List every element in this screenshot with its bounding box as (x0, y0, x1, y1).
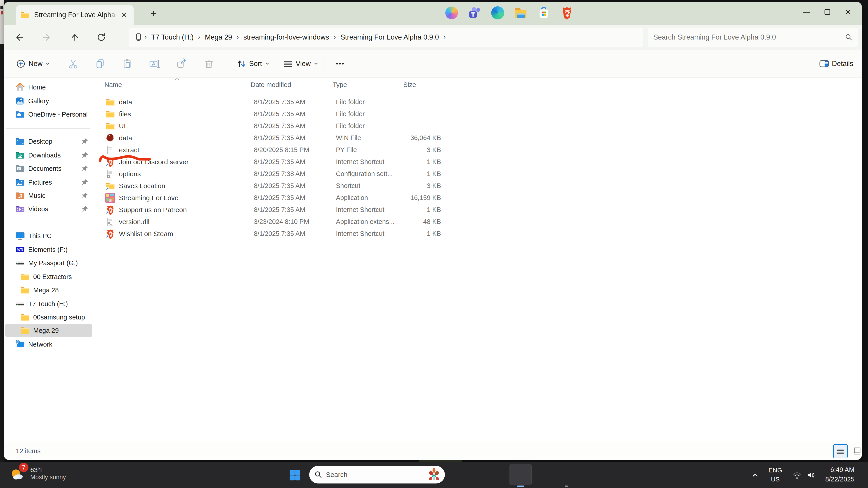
file-row[interactable]: data 8/1/2025 7:35 AM WIN File 36,064 KB (96, 132, 455, 144)
address-bar: › T7 Touch (H:) › Mega 29 › streaming-fo… (4, 25, 862, 50)
breadcrumb-segment[interactable]: streaming-for-love-windows (240, 33, 332, 41)
breadcrumb-segment[interactable]: Mega 29 (202, 33, 235, 41)
brave-button[interactable] (560, 6, 574, 20)
column-divider[interactable] (326, 78, 326, 91)
column-header-name[interactable]: Name (104, 79, 122, 91)
cut-icon (67, 58, 79, 70)
address-box[interactable]: › T7 Touch (H:) › Mega 29 › streaming-fo… (129, 28, 643, 47)
start-button[interactable] (288, 468, 302, 482)
edge-button[interactable] (491, 6, 505, 20)
file-row[interactable]: files 8/1/2025 7:35 AM File folder (96, 108, 455, 120)
sort-button[interactable]: Sort (233, 54, 273, 73)
sidebar-item-desktop[interactable]: Desktop (5, 135, 92, 148)
file-row[interactable]: Wishlist on Steam 8/1/2025 7:35 AM Inter… (96, 228, 455, 240)
maximize-icon (824, 8, 831, 15)
tray-clock[interactable]: 6:49 AM 8/22/2025 (814, 465, 855, 484)
sidebar-item-home[interactable]: Home (5, 80, 92, 94)
sidebar-item-t7-touch-drive[interactable]: T7 Touch (H:) (5, 297, 92, 311)
cut-button[interactable] (64, 54, 82, 73)
view-button[interactable]: View (279, 54, 322, 73)
more-options-button[interactable] (331, 54, 349, 73)
large-thumbnails-view-toggle[interactable] (850, 444, 862, 458)
sidebar-item-videos[interactable]: Videos (5, 202, 92, 216)
sidebar-item-mega-29-selected[interactable]: Mega 29 (5, 324, 92, 337)
file-row[interactable]: data 8/1/2025 7:35 AM File folder (96, 96, 455, 108)
file-type: Application (336, 194, 368, 201)
file-row[interactable]: options 8/1/2025 7:38 AM Configuration s… (96, 168, 455, 180)
details-pane-button[interactable]: Details (815, 54, 859, 73)
details-view-toggle[interactable] (833, 444, 848, 458)
file-date: 8/1/2025 7:35 AM (254, 134, 305, 142)
file-row-extract[interactable]: extract 8/20/2025 8:15 PM PY File 3 KB (96, 144, 455, 156)
sidebar-item-onedrive[interactable]: OneDrive - Personal (5, 108, 92, 121)
maximize-button[interactable] (817, 2, 838, 22)
breadcrumb-segment[interactable]: Streaming For Love Alpha 0.9.0 (337, 33, 442, 41)
pin-icon[interactable] (81, 205, 89, 213)
svg-text:WD: WD (17, 248, 23, 252)
close-button[interactable]: ✕ (838, 2, 859, 22)
file-name: Support us on Patreon (119, 206, 187, 214)
copilot-button[interactable] (445, 6, 459, 20)
search-icon (845, 33, 852, 41)
file-explorer-button[interactable] (514, 6, 528, 20)
file-name: Wishlist on Steam (119, 230, 173, 238)
tab-close-icon[interactable]: ✕ (119, 10, 130, 20)
file-row[interactable]: Support us on Patreon 8/1/2025 7:35 AM I… (96, 204, 455, 216)
delete-button[interactable] (200, 54, 218, 73)
new-button[interactable]: New (12, 54, 54, 73)
explorer-tab[interactable]: Streaming For Love Alpha 0.9.0 ✕ (16, 5, 133, 25)
column-divider[interactable] (395, 78, 395, 91)
breadcrumb-segment[interactable]: T7 Touch (H:) (148, 33, 197, 41)
sidebar-item-documents[interactable]: Documents (5, 162, 92, 175)
details-pane-icon (819, 58, 830, 69)
sidebar-item-00-extractors[interactable]: 00 Extractors (5, 270, 92, 283)
share-button[interactable] (173, 54, 191, 73)
copy-button[interactable] (91, 54, 110, 73)
column-header-date-modified[interactable]: Date modified (251, 79, 291, 91)
sidebar-item-00samsung-setup[interactable]: 00samsung setup (5, 311, 92, 324)
tray-language-switcher[interactable]: ENG US (765, 466, 785, 484)
forward-icon (41, 32, 52, 43)
pin-icon[interactable] (81, 138, 89, 145)
microsoft-store-button[interactable] (537, 6, 551, 20)
sidebar-item-mega-28[interactable]: Mega 28 (5, 284, 92, 297)
pin-icon[interactable] (81, 151, 89, 159)
sidebar-item-downloads[interactable]: Downloads (5, 149, 92, 162)
tray-show-hidden-icons-button[interactable] (748, 468, 762, 482)
up-button[interactable] (68, 30, 82, 44)
sidebar-item-network[interactable]: Network (5, 338, 92, 351)
column-header-size[interactable]: Size (403, 79, 416, 91)
refresh-button[interactable] (94, 30, 108, 44)
taskbar-search-box[interactable]: Search (309, 466, 445, 484)
file-row[interactable]: Streaming For Love 8/1/2025 7:35 AM Appl… (96, 192, 455, 204)
rename-button[interactable] (146, 54, 164, 73)
pin-icon[interactable] (81, 192, 89, 199)
tab-bar: Streaming For Love Alpha 0.9.0 ✕ + — ✕ (4, 2, 862, 25)
sidebar-item-music[interactable]: Music (5, 189, 92, 202)
tray-wifi-button[interactable] (790, 468, 804, 482)
minimize-button[interactable]: — (796, 2, 817, 22)
weather-widget[interactable]: 7 63°F Mostly sunny (9, 464, 66, 483)
sidebar-item-gallery[interactable]: Gallery (5, 94, 92, 107)
sidebar-item-label: Documents (28, 165, 61, 172)
file-name: data (119, 98, 132, 106)
pin-icon[interactable] (81, 178, 89, 186)
file-row[interactable]: Saves Location 8/1/2025 7:35 AM Shortcut… (96, 180, 455, 192)
file-row[interactable]: UI 8/1/2025 7:35 AM File folder (96, 120, 455, 132)
column-divider[interactable] (442, 78, 442, 91)
pin-icon[interactable] (81, 165, 89, 172)
back-button[interactable] (12, 30, 27, 44)
file-row[interactable]: Join our Discord server 8/1/2025 7:35 AM… (96, 156, 455, 168)
paste-button[interactable] (119, 54, 136, 73)
new-tab-button[interactable]: + (151, 8, 157, 19)
forward-button[interactable] (39, 30, 54, 44)
sidebar-item-pictures[interactable]: Pictures (5, 176, 92, 189)
sidebar-item-my-passport-drive[interactable]: My Passport (G:) (5, 256, 92, 269)
column-divider[interactable] (246, 78, 246, 91)
column-header-type[interactable]: Type (333, 79, 347, 91)
sidebar-item-elements-drive[interactable]: WD Elements (F:) (5, 243, 92, 256)
teams-button[interactable] (468, 6, 482, 20)
search-input[interactable]: Search Streaming For Love Alpha 0.9.0 (648, 28, 858, 47)
sidebar-item-this-pc[interactable]: This PC (5, 229, 92, 242)
file-row[interactable]: version.dll 3/23/2024 8:10 PM Applicatio… (96, 216, 455, 228)
